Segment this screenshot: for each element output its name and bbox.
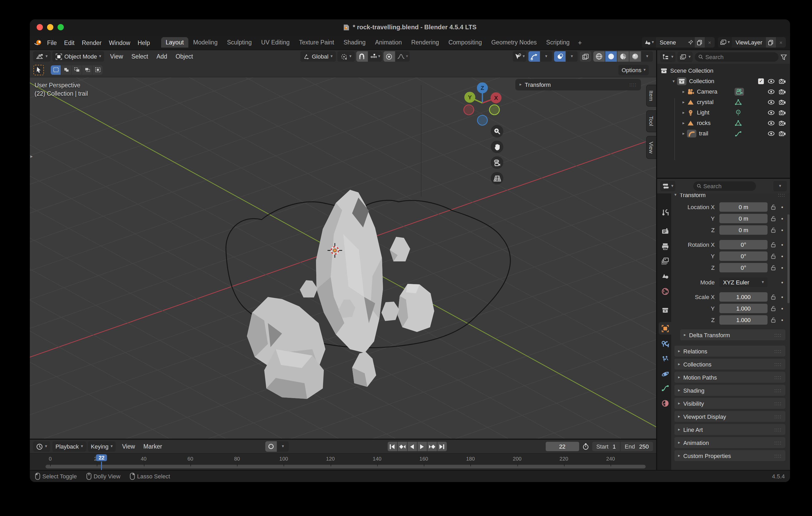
lock-icon[interactable] [767,215,779,222]
overlays-dropdown[interactable]: ▾ [566,51,578,62]
item-name[interactable]: rocks [697,120,711,126]
active-tool-tweak-button[interactable] [33,64,45,75]
workspace-tab-texture-paint[interactable]: Texture Paint [294,37,339,48]
disable-in-renders-toggle[interactable] [779,130,786,137]
properties-tab-tool[interactable] [659,206,671,218]
panel-drag-dots[interactable]: :::: [774,414,782,419]
item-name[interactable]: Scene Collection [670,67,714,74]
property-value-field[interactable]: 0° [719,263,767,272]
playhead[interactable]: 22 [96,454,107,461]
outliner-item-rocks[interactable]: ▸rocks [657,118,790,128]
panel-line-art[interactable]: ▸Line Art:::: [674,424,785,435]
property-value-field[interactable]: 0° [719,251,767,261]
lock-icon[interactable] [767,227,779,233]
timeline-keying-dropdown[interactable]: Keying▾ [88,441,116,452]
sidebar-tab-view[interactable]: View [646,136,656,159]
panel-drag-dots[interactable]: :::: [774,453,782,458]
animate-property-dot[interactable]: • [779,265,785,271]
filter-icon[interactable] [781,54,787,60]
panel-drag-dots[interactable]: :::: [630,82,637,87]
collection-icon[interactable] [677,77,687,85]
scene-type-dropdown[interactable]: ▾ [642,37,656,48]
rendered-shading-button[interactable] [630,51,641,62]
lock-icon[interactable] [767,242,779,248]
hide-in-viewport-toggle[interactable] [767,78,775,85]
animate-property-dot[interactable]: • [779,294,785,300]
options-button[interactable]: Options▾ [618,65,649,75]
disclosure-icon[interactable]: ▸ [680,99,687,104]
animate-property-dot[interactable]: • [779,317,785,323]
properties-search-input[interactable] [703,183,752,189]
outliner-item-camera[interactable]: ▸Camera [657,86,790,97]
snap-toggle-button[interactable] [356,51,368,62]
animate-property-dot[interactable]: • [779,215,785,222]
proportional-editing-toggle[interactable] [383,51,395,62]
add-workspace-button[interactable]: + [574,38,585,46]
wireframe-shading-button[interactable] [593,51,605,62]
select-invert-mode-button[interactable] [82,65,92,74]
navigation-gizmo[interactable]: Z Y X [458,79,507,129]
transform-panel-title[interactable]: ▾ Transform :::: [674,193,785,200]
play-button[interactable] [417,442,427,451]
start-frame-field[interactable]: Start1 [592,443,620,450]
panel-drag-dots[interactable]: :::: [774,427,782,432]
properties-tab-scene[interactable] [659,270,671,282]
workspace-tab-layout[interactable]: Layout [161,37,188,48]
properties-tab-collection[interactable] [659,304,671,316]
maximize-window-button[interactable] [58,24,64,30]
workspace-tab-compositing[interactable]: Compositing [444,37,487,48]
workspace-tab-modeling[interactable]: Modeling [188,37,222,48]
collection-checkbox[interactable]: ✓ [758,78,764,84]
panel-motion-paths[interactable]: ▸Motion Paths:::: [674,372,785,383]
outliner-item-collection[interactable]: ▾Collection✓ [657,76,790,86]
property-value-field[interactable]: 0 m [719,225,767,235]
panel-drag-dots[interactable]: :::: [774,374,782,380]
lock-icon[interactable] [767,265,779,271]
viewport-menu-view[interactable]: View [106,53,127,60]
panel-collections[interactable]: ▸Collections:::: [674,359,785,370]
properties-options-dropdown[interactable]: ▾ [773,181,787,191]
viewport-menu-select[interactable]: Select [127,53,152,60]
outliner-item-crystal[interactable]: ▸crystal [657,97,790,107]
panel-drag-dots[interactable]: :::: [778,193,785,198]
properties-tab-object[interactable] [659,322,671,335]
outliner-item-scene-collection[interactable]: Scene Collection [657,65,790,76]
hide-in-viewport-toggle[interactable] [767,109,775,116]
transform-orientation-dropdown[interactable]: Global ▾ [300,51,336,62]
camera-view-button[interactable] [491,156,503,169]
close-window-button[interactable] [37,24,43,30]
overlays-toggle-button[interactable] [554,51,566,62]
select-subtract-mode-button[interactable] [72,65,82,74]
curve-data-icon[interactable] [734,130,742,137]
playhead-line[interactable] [101,462,102,470]
property-value-field[interactable]: 0° [719,240,767,249]
end-frame-field[interactable]: End250 [620,443,653,450]
mesh-data-icon[interactable] [734,119,742,126]
sidebar-tab-tool[interactable]: Tool [646,111,656,132]
mesh-icon[interactable] [687,98,694,105]
item-name[interactable]: Collection [689,78,715,84]
pivot-point-dropdown[interactable]: ▾ [338,51,355,62]
workspace-tab-geometry-nodes[interactable]: Geometry Nodes [487,37,542,48]
auto-keying-toggle[interactable] [265,441,277,452]
lock-icon[interactable] [767,204,779,210]
hide-in-viewport-toggle[interactable] [767,130,775,137]
timeline-ruler[interactable]: 02040608010012014016018020022024022 [30,453,656,470]
zoom-view-button[interactable] [491,125,503,138]
properties-tab-particles[interactable] [659,352,671,365]
shading-dropdown[interactable]: ▾ [641,51,653,62]
timeline-playback-dropdown[interactable]: Playback▾ [52,441,86,452]
show-gizmo-dropdown[interactable]: ▾ [513,51,526,62]
disclosure-icon[interactable]: ▾ [670,79,677,83]
menu-edit[interactable]: Edit [60,38,78,48]
animate-property-dot[interactable]: • [779,227,785,233]
panel-viewport-display[interactable]: ▸Viewport Display:::: [674,411,785,422]
new-scene-button[interactable] [695,37,705,48]
item-name[interactable]: Camera [697,88,717,95]
panel-drag-dots[interactable]: :::: [774,348,782,354]
current-frame-field[interactable]: 22 [545,442,579,451]
property-value-field[interactable]: 1.000 [719,304,767,313]
timeline-menu-marker[interactable]: Marker [139,443,166,450]
minimize-window-button[interactable] [47,24,53,30]
panel-drag-dots[interactable]: :::: [774,362,782,367]
